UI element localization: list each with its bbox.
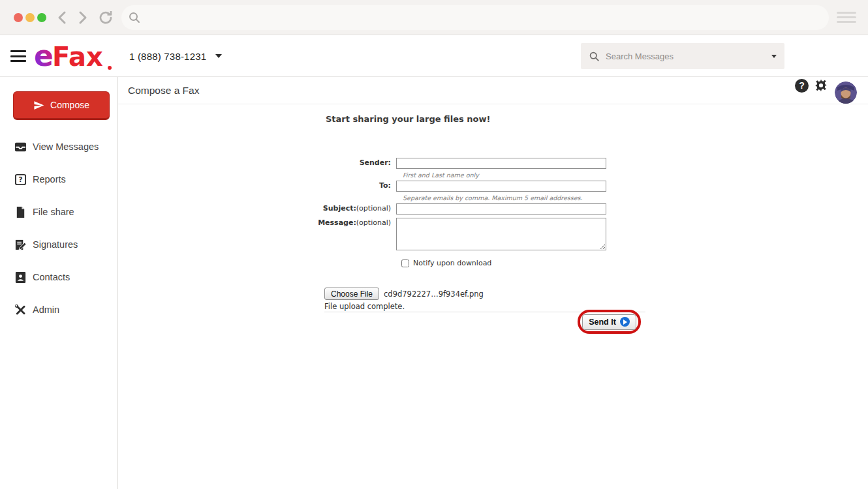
- subject-input[interactable]: [396, 203, 606, 215]
- sidebar-item-label: File share: [33, 207, 74, 217]
- browser-forward-icon[interactable]: [73, 8, 91, 27]
- sidebar-item-label: View Messages: [33, 141, 99, 152]
- inbox-icon: [14, 141, 27, 153]
- logo-dot: [108, 66, 112, 70]
- page-title-bar: Compose a Fax: [118, 77, 868, 104]
- sidebar-item-label: Signatures: [33, 239, 78, 250]
- compose-form: Start sharing your large files now! Send…: [118, 104, 868, 489]
- subject-optional-label: (optional): [356, 204, 391, 213]
- send-arrow-icon: [620, 317, 630, 327]
- efax-app-window: e Fax 1 (888) 738-1231 ?: [0, 0, 868, 489]
- compose-button-label: Compose: [50, 100, 89, 110]
- sender-help-text: First and Last name only: [403, 171, 479, 179]
- app-hamburger-menu-icon[interactable]: [10, 50, 26, 62]
- sidebar-item-view-messages[interactable]: View Messages: [0, 130, 117, 163]
- address-bar-search-icon: [128, 11, 141, 24]
- sidebar-item-signatures[interactable]: Signatures: [0, 228, 117, 261]
- to-label: To:: [118, 181, 396, 191]
- browser-address-bar[interactable]: [121, 5, 829, 30]
- annotation-red-circle: Send It: [578, 310, 641, 334]
- sidebar-item-label: Reports: [33, 174, 66, 185]
- sender-input[interactable]: [396, 158, 606, 169]
- page-title: Compose a Fax: [128, 85, 199, 96]
- settings-gear-icon[interactable]: [814, 78, 828, 93]
- choose-file-button[interactable]: Choose File: [324, 288, 379, 300]
- sidebar-item-contacts[interactable]: Contacts: [0, 261, 117, 293]
- fax-number: 1 (888) 738-1231: [129, 51, 206, 62]
- search-messages-box[interactable]: [581, 43, 784, 69]
- sender-label: Sender:: [118, 158, 396, 168]
- sidebar-item-label: Contacts: [33, 272, 70, 282]
- phone-caret-down-icon: [215, 54, 222, 58]
- upload-status-text: File upload complete.: [324, 302, 405, 311]
- app-header: e Fax 1 (888) 738-1231 ?: [0, 35, 868, 77]
- message-label: Message:(optional): [118, 218, 396, 228]
- logo-letter-e: e: [34, 39, 54, 72]
- send-it-button[interactable]: Send It: [582, 314, 636, 330]
- document-icon: [14, 206, 27, 218]
- sidebar-item-file-share[interactable]: File share: [0, 196, 117, 228]
- browser-menu-icon[interactable]: [837, 12, 856, 23]
- window-maximize-button[interactable]: [37, 13, 46, 22]
- browser-refresh-icon[interactable]: [97, 8, 115, 27]
- message-textarea[interactable]: [396, 218, 606, 250]
- send-it-label: Send It: [589, 318, 616, 327]
- fax-number-dropdown[interactable]: 1 (888) 738-1231: [129, 35, 222, 77]
- address-book-icon: [14, 271, 27, 284]
- notify-checkbox[interactable]: [401, 259, 409, 267]
- notify-label: Notify upon download: [413, 259, 491, 267]
- sidebar-nav: View Messages ? Reports File share: [0, 130, 117, 326]
- sidebar: Compose View Messages ? Reports: [0, 77, 118, 489]
- form-heading: Start sharing your large files now!: [326, 114, 490, 124]
- to-input[interactable]: [396, 181, 606, 192]
- user-avatar[interactable]: [835, 82, 857, 104]
- question-box-icon: ?: [14, 173, 27, 186]
- paper-plane-icon: [33, 100, 44, 111]
- svg-text:?: ?: [18, 175, 22, 183]
- notify-row: Notify upon download: [401, 259, 491, 267]
- sidebar-item-reports[interactable]: ? Reports: [0, 163, 117, 196]
- uploaded-file-name: cd9d792227…9f934ef.png: [384, 289, 484, 299]
- browser-back-icon[interactable]: [54, 8, 72, 27]
- efax-logo[interactable]: e Fax: [34, 39, 125, 73]
- crossed-tools-icon: [14, 304, 27, 316]
- window-minimize-button[interactable]: [25, 13, 35, 22]
- search-caret-down-icon[interactable]: [771, 55, 777, 58]
- compose-button[interactable]: Compose: [13, 91, 110, 120]
- search-messages-input[interactable]: [606, 52, 771, 61]
- subject-label: Subject:(optional): [118, 203, 396, 214]
- search-icon: [589, 51, 600, 62]
- window-close-button[interactable]: [14, 13, 23, 22]
- avatar-image: [835, 82, 857, 104]
- sidebar-item-label: Admin: [33, 304, 59, 315]
- help-icon[interactable]: ?: [795, 79, 809, 93]
- file-upload-row: Choose File cd9d792227…9f934ef.png: [324, 288, 484, 300]
- browser-chrome: [0, 0, 868, 35]
- to-help-text: Separate emails by comma. Maximum 5 emai…: [403, 194, 583, 201]
- main-content: Compose a Fax Start sharing your large f…: [118, 77, 868, 489]
- logo-text-fax: Fax: [52, 42, 103, 72]
- sidebar-item-admin[interactable]: Admin: [0, 293, 117, 326]
- pen-paper-icon: [14, 239, 27, 251]
- message-optional-label: (optional): [356, 218, 391, 227]
